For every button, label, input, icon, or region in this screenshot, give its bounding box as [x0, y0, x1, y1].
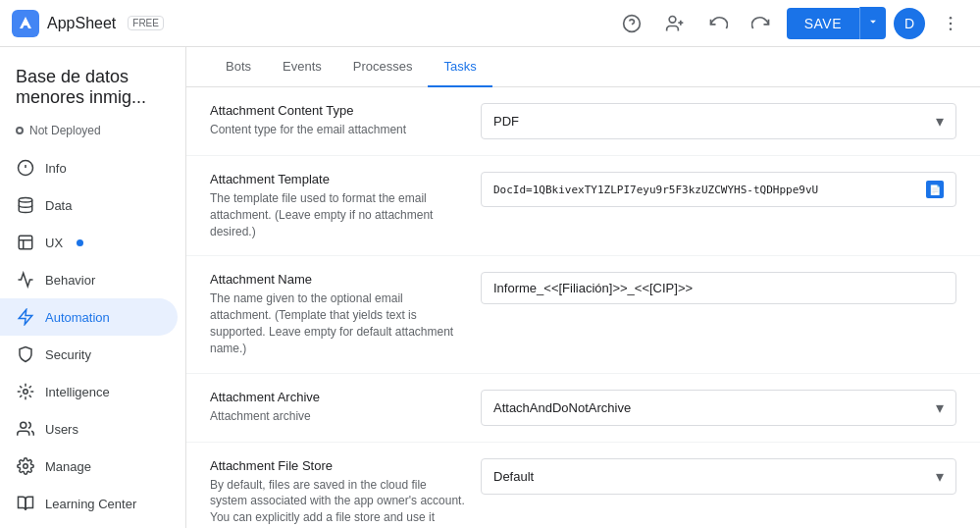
users-icon [16, 419, 35, 439]
select-value: PDF [493, 114, 519, 129]
sidebar-item-learning[interactable]: Learning Center [0, 485, 178, 522]
sidebar-item-intelligence-label: Intelligence [45, 385, 110, 399]
template-value: DocId=1QBkivexTY1ZLPI7eyu9r5F3kzUZCWYHS-… [493, 184, 818, 196]
topnav: AppSheet FREE SAVE [0, 0, 980, 47]
sidebar-item-automation-label: Automation [45, 310, 110, 325]
form-row-attachment-archive: Attachment Archive Attachment archive At… [186, 374, 980, 443]
label-text: Attachment Archive [210, 390, 465, 404]
tabs-bar: Bots Events Processes Tasks [186, 47, 980, 87]
select-attachment-content-type[interactable]: PDF ▾ [481, 103, 956, 139]
redo-button[interactable] [744, 6, 779, 41]
label-text: Attachment File Store [210, 458, 465, 473]
sidebar-item-ux-label: UX [45, 236, 63, 250]
save-dropdown-button[interactable] [859, 7, 886, 39]
app-plan: FREE [128, 16, 164, 30]
security-icon [16, 344, 35, 364]
automation-icon [16, 307, 35, 327]
control-attachment-archive: AttachAndDoNotArchive ▾ [481, 390, 956, 426]
manage-icon [16, 456, 35, 476]
desc-text: By default, files are saved in the cloud… [210, 477, 465, 528]
data-icon [16, 195, 35, 215]
desc-text: Content type for the email attachment [210, 122, 465, 138]
select-arrow-icon: ▾ [936, 467, 944, 486]
sidebar-item-data-label: Data [45, 198, 72, 213]
deployment-status[interactable]: Not Deployed [0, 120, 185, 149]
svg-marker-13 [19, 310, 32, 325]
svg-point-6 [950, 22, 953, 25]
sidebar-item-security[interactable]: Security [0, 336, 178, 373]
template-file-icon: 📄 [926, 181, 944, 198]
main-layout: Base de datosmenores inmig... Not Deploy… [0, 47, 980, 528]
select-value: AttachAndDoNotArchive [493, 400, 631, 415]
topnav-left: AppSheet FREE [12, 10, 164, 37]
sidebar-item-manage-label: Manage [45, 459, 91, 474]
app-title: Base de datosmenores inmig... [0, 59, 185, 120]
add-user-button[interactable] [657, 6, 693, 41]
content-area: Bots Events Processes Tasks Attachment C… [186, 47, 980, 528]
more-button[interactable] [933, 6, 968, 41]
tab-events[interactable]: Events [267, 47, 337, 87]
tab-bots[interactable]: Bots [210, 47, 267, 87]
input-attachment-template[interactable]: DocId=1QBkivexTY1ZLPI7eyu9r5F3kzUZCWYHS-… [481, 172, 956, 207]
sidebar-item-ux[interactable]: UX [0, 224, 178, 261]
sidebar-item-manage[interactable]: Manage [0, 448, 178, 485]
form-row-attachment-file-store: Attachment File Store By default, files … [186, 443, 980, 528]
tab-processes[interactable]: Processes [337, 47, 429, 87]
intelligence-icon [16, 382, 35, 401]
sidebar-item-behavior-label: Behavior [45, 273, 95, 288]
select-attachment-archive[interactable]: AttachAndDoNotArchive ▾ [481, 390, 956, 426]
desc-text: The name given to the optional email att… [210, 290, 465, 356]
help-button[interactable] [614, 6, 649, 41]
form-label-attachment-content-type: Attachment Content Type Content type for… [210, 103, 465, 138]
svg-point-11 [19, 198, 32, 203]
form-row-attachment-template: Attachment Template The template file us… [186, 156, 980, 256]
control-attachment-content-type: PDF ▾ [481, 103, 956, 139]
sidebar-item-users-label: Users [45, 422, 78, 437]
save-button[interactable]: SAVE [787, 8, 859, 39]
desc-text: The template file used to format the ema… [210, 190, 465, 239]
ux-icon [16, 233, 35, 252]
input-attachment-name[interactable] [481, 272, 956, 304]
not-deployed-label: Not Deployed [29, 124, 101, 137]
form-scroll-area[interactable]: Attachment Content Type Content type for… [186, 87, 980, 528]
undo-button[interactable] [700, 6, 736, 41]
svg-point-7 [950, 27, 953, 30]
sidebar: Base de datosmenores inmig... Not Deploy… [0, 47, 186, 528]
label-text: Attachment Name [210, 272, 465, 287]
control-attachment-name [481, 272, 956, 304]
svg-point-2 [669, 16, 676, 23]
sidebar-item-learning-label: Learning Center [45, 497, 136, 511]
form-label-attachment-archive: Attachment Archive Attachment archive [210, 390, 465, 425]
select-value: Default [493, 469, 534, 484]
sidebar-item-info[interactable]: Info [0, 149, 178, 186]
info-icon [16, 158, 35, 178]
sidebar-item-data[interactable]: Data [0, 186, 178, 224]
sidebar-item-intelligence[interactable]: Intelligence [0, 373, 178, 410]
sidebar-item-automation[interactable]: Automation [0, 298, 178, 336]
not-deployed-dot [16, 127, 24, 134]
svg-point-14 [24, 390, 28, 395]
desc-text: Attachment archive [210, 408, 465, 425]
form-label-attachment-name: Attachment Name The name given to the op… [210, 272, 465, 356]
form-row-attachment-name: Attachment Name The name given to the op… [186, 256, 980, 373]
svg-point-15 [21, 422, 26, 428]
sidebar-nav: Info Data UX Behavior [0, 149, 185, 522]
tab-tasks[interactable]: Tasks [428, 47, 491, 87]
behavior-icon [16, 270, 35, 290]
svg-point-5 [950, 16, 953, 19]
topnav-right: SAVE D [614, 6, 968, 41]
sidebar-item-behavior[interactable]: Behavior [0, 261, 178, 298]
form-label-attachment-file-store: Attachment File Store By default, files … [210, 458, 465, 528]
label-text: Attachment Content Type [210, 103, 465, 118]
control-attachment-file-store: Default ▾ [481, 458, 956, 495]
form-row-attachment-content-type: Attachment Content Type Content type for… [186, 87, 980, 156]
svg-rect-12 [19, 236, 32, 249]
select-attachment-file-store[interactable]: Default ▾ [481, 458, 956, 495]
app-logo [12, 10, 39, 37]
attachment-name-input[interactable] [493, 281, 944, 295]
app-name: AppSheet [47, 15, 116, 32]
avatar[interactable]: D [894, 8, 925, 39]
save-group: SAVE [787, 7, 886, 39]
label-text: Attachment Template [210, 172, 465, 186]
sidebar-item-users[interactable]: Users [0, 410, 178, 448]
